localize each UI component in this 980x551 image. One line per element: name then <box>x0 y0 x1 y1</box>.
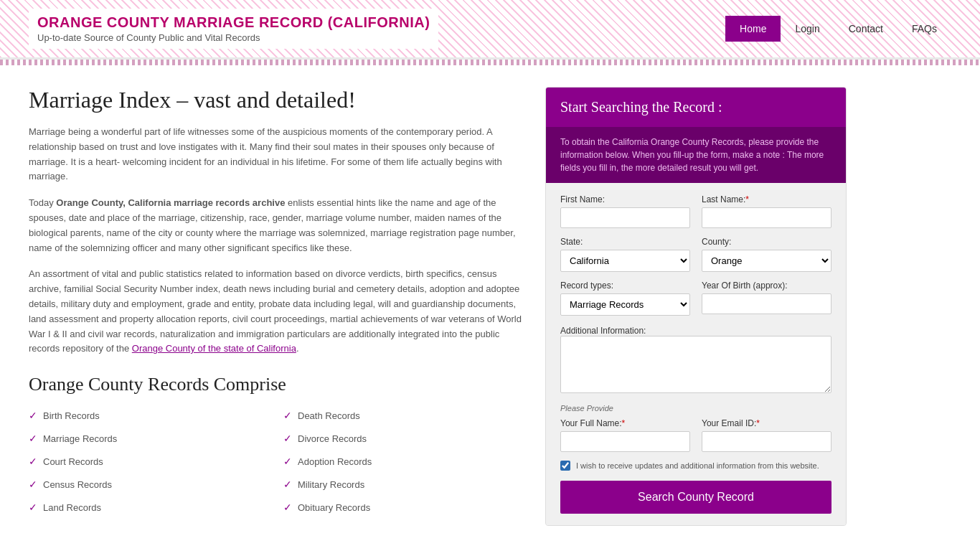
search-county-record-button[interactable]: Search County Record <box>560 481 831 514</box>
list-item: ✓ Adoption Records <box>283 453 524 470</box>
first-name-input[interactable] <box>560 207 690 228</box>
nav-home[interactable]: Home <box>725 16 781 42</box>
state-label: State: <box>560 237 690 247</box>
nav-login[interactable]: Login <box>781 16 834 42</box>
first-name-label: First Name: <box>560 194 690 204</box>
check-icon: ✓ <box>283 456 292 467</box>
year-of-birth-group: Year Of Birth (approx): <box>702 281 831 316</box>
check-icon: ✓ <box>29 456 37 467</box>
paragraph-1: Marriage being a wonderful part of life … <box>29 125 524 184</box>
additional-info-label: Additional Information: <box>560 326 646 336</box>
check-icon: ✓ <box>283 410 292 421</box>
search-panel: Start Searching the Record : To obtain t… <box>545 87 847 526</box>
name-row: First Name: Last Name:* <box>560 194 831 228</box>
right-panel: Start Searching the Record : To obtain t… <box>545 87 847 526</box>
list-item: ✓ Land Records <box>29 499 269 516</box>
header-branding: ORANGE COUNTY MARRIAGE RECORD (CALIFORNI… <box>29 9 438 49</box>
last-name-label: Last Name:* <box>702 194 831 204</box>
last-name-input[interactable] <box>702 207 831 228</box>
newsletter-checkbox-row: I wish to receive updates and additional… <box>560 461 831 471</box>
full-name-input[interactable] <box>560 431 690 452</box>
list-item: ✓ Obituary Records <box>283 499 524 516</box>
check-icon: ✓ <box>29 433 37 444</box>
check-icon: ✓ <box>29 501 37 513</box>
records-grid: ✓ Birth Records ✓ Death Records ✓ Marria… <box>29 407 524 516</box>
check-icon: ✓ <box>29 410 37 421</box>
state-select[interactable]: California New York Texas Florida <box>560 250 690 272</box>
main-container: Marriage Index – vast and detailed! Marr… <box>0 65 980 547</box>
list-item: ✓ Census Records <box>29 476 269 493</box>
record-type-group: Record types: Marriage Records Birth Rec… <box>560 281 690 316</box>
year-of-birth-input[interactable] <box>702 293 831 314</box>
contact-row: Your Full Name:* Your Email ID:* <box>560 418 831 452</box>
list-item: ✓ Military Records <box>283 476 524 493</box>
search-panel-header: Start Searching the Record : <box>546 88 846 127</box>
nav-contact[interactable]: Contact <box>834 16 897 42</box>
check-icon: ✓ <box>283 433 292 444</box>
email-group: Your Email ID:* <box>702 418 831 452</box>
main-heading: Marriage Index – vast and detailed! <box>29 87 524 113</box>
search-panel-description: To obtain the California Orange County R… <box>546 127 846 183</box>
last-name-required: * <box>745 194 749 204</box>
record-type-label: Record types: <box>560 281 690 291</box>
main-nav: Home Login Contact FAQs <box>725 16 951 42</box>
full-name-group: Your Full Name:* <box>560 418 690 452</box>
record-year-row: Record types: Marriage Records Birth Rec… <box>560 281 831 316</box>
state-group: State: California New York Texas Florida <box>560 237 690 272</box>
please-provide-label: Please Provide <box>560 404 831 413</box>
list-item: ✓ Divorce Records <box>283 430 524 447</box>
check-icon: ✓ <box>29 479 37 490</box>
check-icon: ✓ <box>283 479 292 490</box>
list-item: ✓ Death Records <box>283 407 524 424</box>
county-select[interactable]: Orange Los Angeles San Diego Riverside <box>702 250 831 272</box>
left-content: Marriage Index – vast and detailed! Marr… <box>29 87 524 526</box>
last-name-group: Last Name:* <box>702 194 831 228</box>
full-name-required: * <box>622 418 626 428</box>
email-required: * <box>756 418 760 428</box>
newsletter-label: I wish to receive updates and additional… <box>576 461 819 470</box>
year-of-birth-label: Year Of Birth (approx): <box>702 281 831 291</box>
site-title: ORANGE COUNTY MARRIAGE RECORD (CALIFORNI… <box>37 14 430 31</box>
paragraph-3: An assortment of vital and public statis… <box>29 267 524 357</box>
first-name-group: First Name: <box>560 194 690 228</box>
paragraph-2: Today Orange County, California marriage… <box>29 196 524 255</box>
county-label: County: <box>702 237 831 247</box>
county-group: County: Orange Los Angeles San Diego Riv… <box>702 237 831 272</box>
email-input[interactable] <box>702 431 831 452</box>
records-heading: Orange County Records Comprise <box>29 374 524 395</box>
site-subtitle: Up-to-date Source of County Public and V… <box>37 32 430 43</box>
check-icon: ✓ <box>283 501 292 513</box>
nav-faqs[interactable]: FAQs <box>897 16 951 42</box>
email-label: Your Email ID:* <box>702 418 831 428</box>
newsletter-checkbox[interactable] <box>560 461 570 471</box>
header-border-decoration <box>0 60 980 65</box>
list-item: ✓ Birth Records <box>29 407 269 424</box>
record-type-select[interactable]: Marriage Records Birth Records Death Rec… <box>560 293 690 316</box>
list-item: ✓ Court Records <box>29 453 269 470</box>
full-name-label: Your Full Name:* <box>560 418 690 428</box>
header: ORANGE COUNTY MARRIAGE RECORD (CALIFORNI… <box>0 0 980 60</box>
additional-info-textarea[interactable] <box>560 336 831 393</box>
state-county-row: State: California New York Texas Florida… <box>560 237 831 272</box>
additional-info-group: Additional Information: <box>560 324 831 395</box>
list-item: ✓ Marriage Records <box>29 430 269 447</box>
search-form: First Name: Last Name:* State: <box>546 183 846 525</box>
